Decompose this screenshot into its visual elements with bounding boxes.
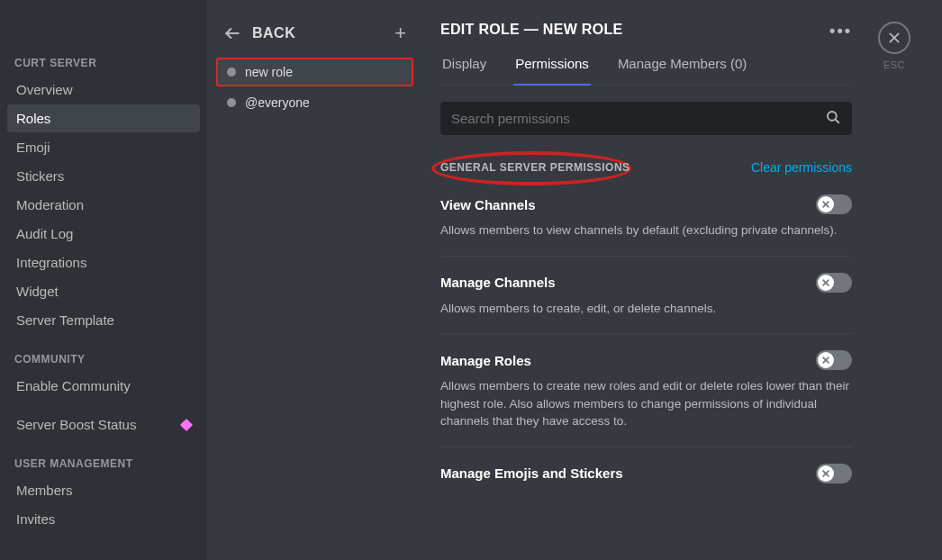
esc-label: ESC: [883, 59, 905, 70]
sidebar-item-label: Enable Community: [16, 378, 131, 393]
sidebar-item-label: Integrations: [16, 255, 86, 270]
search-icon: [825, 109, 841, 129]
sidebar-item-label: Invites: [16, 511, 55, 527]
permission-manage-channels: Manage Channels Allows members to create…: [440, 273, 852, 335]
sidebar-item-integrations[interactable]: Integrations: [7, 248, 200, 276]
back-label: BACK: [252, 25, 295, 41]
close-icon: [887, 31, 901, 45]
svg-point-1: [828, 112, 837, 121]
permission-description: Allows members to create, edit, or delet…: [440, 300, 852, 318]
role-color-dot-icon: [227, 98, 236, 107]
toggle-knob-icon: [818, 465, 834, 482]
close-panel: ESC: [878, 22, 910, 70]
permission-toggle[interactable]: [816, 464, 852, 483]
tab-manage-members[interactable]: Manage Members (0): [616, 56, 748, 85]
server-settings-sidebar: CURT SERVER Overview Roles Emoji Sticker…: [0, 0, 207, 560]
clear-permissions-link[interactable]: Clear permissions: [751, 160, 852, 175]
close-button[interactable]: [878, 22, 910, 54]
sidebar-item-label: Server Boost Status: [16, 417, 136, 432]
sidebar-item-server-template[interactable]: Server Template: [7, 306, 200, 334]
toggle-knob-icon: [818, 196, 834, 212]
sidebar-item-widget[interactable]: Widget: [7, 277, 200, 305]
permission-description: Allows members to create new roles and e…: [440, 377, 852, 430]
permission-search-input[interactable]: [440, 102, 852, 135]
toggle-knob-icon: [818, 275, 834, 291]
sidebar-item-roles[interactable]: Roles: [7, 104, 200, 132]
sidebar-item-moderation[interactable]: Moderation: [7, 191, 200, 219]
permission-name: Manage Roles: [440, 353, 531, 368]
arrow-left-icon: [223, 24, 241, 42]
sidebar-item-label: Roles: [16, 111, 50, 126]
permission-toggle[interactable]: [816, 273, 852, 293]
role-list: new role @everyone: [216, 58, 413, 117]
tab-permissions[interactable]: Permissions: [513, 56, 591, 86]
permission-section-header: GENERAL SERVER PERMISSIONS Clear permiss…: [440, 160, 852, 175]
sidebar-item-emoji[interactable]: Emoji: [7, 133, 200, 161]
sidebar-item-members[interactable]: Members: [7, 476, 200, 504]
permission-search: [440, 102, 852, 135]
permission-manage-roles: Manage Roles Allows members to create ne…: [440, 350, 852, 447]
sidebar-item-label: Audit Log: [16, 226, 73, 241]
sidebar-section-server: CURT SERVER: [7, 0, 200, 75]
permission-name: Manage Channels: [440, 275, 556, 290]
sidebar-item-stickers[interactable]: Stickers: [7, 162, 200, 190]
sidebar-section-user-management: USER MANAGEMENT: [7, 439, 200, 475]
roles-column-header: BACK +: [216, 0, 413, 56]
sidebar-item-label: Members: [16, 483, 73, 498]
permission-name: View Channels: [440, 197, 536, 212]
sidebar-item-label: Stickers: [16, 168, 64, 184]
back-button[interactable]: BACK: [223, 24, 295, 42]
sidebar-item-enable-community[interactable]: Enable Community: [7, 372, 200, 400]
sidebar-item-label: Widget: [16, 284, 59, 299]
sidebar-item-overview[interactable]: Overview: [7, 76, 200, 104]
add-role-button[interactable]: +: [394, 23, 406, 43]
boost-badge-icon: [180, 418, 193, 430]
permission-view-channels: View Channels Allows members to view cha…: [440, 194, 852, 257]
sidebar-item-label: Emoji: [16, 140, 50, 155]
tab-display[interactable]: Display: [440, 56, 488, 85]
sidebar-item-label: Moderation: [16, 197, 84, 212]
role-item-everyone[interactable]: @everyone: [216, 88, 413, 117]
role-item-label: new role: [245, 65, 293, 79]
svg-line-2: [836, 119, 839, 122]
role-color-dot-icon: [227, 68, 236, 77]
edit-role-panel: EDIT ROLE — NEW ROLE ••• Display Permiss…: [422, 0, 942, 560]
roles-column: BACK + new role @everyone: [207, 0, 422, 560]
sidebar-section-community: COMMUNITY: [7, 335, 200, 371]
sidebar-item-invites[interactable]: Invites: [7, 505, 200, 533]
permission-name: Manage Emojis and Stickers: [440, 465, 623, 481]
more-options-button[interactable]: •••: [829, 22, 852, 41]
role-item-label: @everyone: [245, 95, 310, 110]
toggle-knob-icon: [818, 352, 834, 368]
role-item-new-role[interactable]: new role: [216, 58, 413, 86]
sidebar-item-audit-log[interactable]: Audit Log: [7, 220, 200, 248]
sidebar-item-label: Server Template: [16, 312, 114, 328]
sidebar-item-label: Overview: [16, 82, 73, 97]
sidebar-item-server-boost-status[interactable]: Server Boost Status: [7, 411, 200, 438]
page-title: EDIT ROLE — NEW ROLE: [440, 22, 852, 38]
permission-section-label: GENERAL SERVER PERMISSIONS: [440, 161, 630, 174]
permission-toggle[interactable]: [816, 350, 852, 370]
permission-manage-emojis-stickers: Manage Emojis and Stickers: [440, 464, 852, 507]
role-tabs: Display Permissions Manage Members (0): [440, 56, 852, 86]
permission-description: Allows members to view channels by defau…: [440, 221, 852, 239]
permission-toggle[interactable]: [816, 194, 852, 214]
